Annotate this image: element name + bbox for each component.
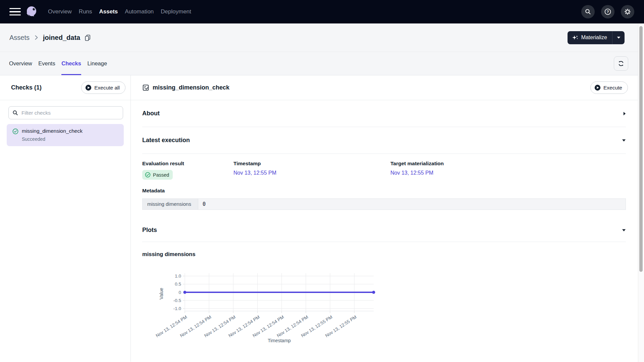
tab-events[interactable]: Events — [38, 52, 55, 75]
section-latest-execution[interactable]: Latest execution — [142, 127, 626, 154]
chevron-right-icon — [623, 112, 626, 116]
execute-all-label: Execute all — [94, 85, 120, 91]
materialize-button[interactable]: Materialize — [568, 31, 612, 44]
nav-item-runs[interactable]: Runs — [79, 8, 92, 15]
svg-text:-1.0: -1.0 — [173, 306, 181, 311]
metadata-label: Metadata — [142, 188, 626, 194]
evaluation-result-label: Evaluation result — [142, 161, 233, 167]
chevron-down-icon — [622, 229, 626, 232]
page-scrollbar-thumb[interactable] — [639, 26, 643, 272]
refresh-icon — [618, 60, 624, 67]
execute-button[interactable]: Execute — [590, 81, 628, 94]
refresh-button[interactable] — [614, 56, 628, 71]
about-title: About — [142, 110, 160, 117]
app-window: Overview Runs Assets Automation Deployme… — [0, 0, 644, 362]
dagster-logo-icon[interactable] — [24, 4, 39, 19]
copy-icon — [84, 34, 91, 41]
breadcrumb: Assets joined_data Materialize — [0, 23, 644, 52]
svg-text:Timestamp: Timestamp — [268, 338, 291, 343]
page-scrollbar-track[interactable] — [638, 23, 644, 362]
tab-lineage[interactable]: Lineage — [87, 52, 107, 75]
materialize-dropdown-button[interactable] — [612, 31, 625, 44]
asset-tabs: Overview Events Checks Lineage — [9, 52, 107, 75]
check-list-item[interactable]: missing_dimension_check Succeeded — [7, 124, 124, 146]
check-detail-header: missing_dimension_check Execute — [131, 75, 638, 100]
page-header: Assets joined_data Materialize — [0, 23, 644, 75]
tab-checks[interactable]: Checks — [61, 52, 81, 75]
sparkle-icon — [572, 35, 578, 41]
help-icon: ? — [604, 8, 611, 15]
asset-tabs-row: Overview Events Checks Lineage — [0, 52, 644, 75]
top-nav: Overview Runs Assets Automation Deployme… — [0, 0, 644, 23]
checks-panel-header: Checks (1) Execute all — [0, 75, 130, 100]
svg-text:0.5: 0.5 — [175, 282, 181, 287]
chevron-down-icon — [622, 139, 626, 142]
play-icon — [594, 84, 601, 91]
breadcrumb-chevron-icon — [33, 34, 40, 41]
body: Checks (1) Execute all — [0, 75, 638, 362]
timestamp-link[interactable]: Nov 13, 12:55 PM — [233, 170, 276, 176]
metadata-key-cell: missing dimensions — [143, 199, 198, 209]
search-icon — [12, 110, 18, 117]
settings-button[interactable] — [621, 5, 634, 18]
passed-badge-label: Passed — [153, 172, 169, 178]
nav-actions: ? — [581, 5, 634, 18]
gear-icon — [624, 8, 631, 15]
caret-down-icon — [617, 37, 621, 39]
metadata-value-cell: 0 — [198, 199, 626, 209]
target-materialization-link[interactable]: Nov 13, 12:55 PM — [390, 170, 433, 176]
section-about[interactable]: About — [142, 100, 626, 127]
main-nav: Overview Runs Assets Automation Deployme… — [48, 8, 191, 15]
plots-title: Plots — [142, 227, 157, 234]
section-plots[interactable]: Plots — [142, 219, 626, 242]
plot-svg: 1.00.50-0.5-1.0Nov 13, 12:54 PMNov 13, 1… — [142, 269, 392, 349]
passed-badge: Passed — [142, 170, 173, 180]
materialize-split-button: Materialize — [568, 31, 625, 44]
nav-item-assets[interactable]: Assets — [99, 8, 118, 15]
play-icon — [85, 84, 92, 91]
svg-text:?: ? — [607, 10, 609, 14]
materialize-label: Materialize — [581, 35, 607, 41]
copy-asset-name-button[interactable] — [84, 34, 91, 41]
asset-check-icon — [142, 84, 149, 91]
svg-text:Value: Value — [159, 288, 164, 299]
timestamp-label: Timestamp — [233, 161, 390, 167]
tab-overview[interactable]: Overview — [9, 52, 32, 75]
nav-item-overview[interactable]: Overview — [48, 8, 72, 15]
search-icon — [585, 8, 591, 15]
plot-title: missing dimensions — [142, 251, 626, 257]
check-circle-icon — [145, 172, 151, 178]
search-button[interactable] — [581, 5, 595, 18]
check-success-icon — [12, 128, 18, 142]
svg-text:-0.5: -0.5 — [173, 298, 181, 303]
help-button[interactable]: ? — [601, 5, 614, 18]
checks-sidebar: Checks (1) Execute all — [0, 75, 131, 362]
execute-label: Execute — [603, 85, 622, 91]
check-item-status: Succeeded — [22, 136, 83, 142]
check-name-title: missing_dimension_check — [153, 84, 229, 91]
target-materialization-label: Target materialization — [390, 161, 444, 167]
check-item-name: missing_dimension_check — [22, 128, 83, 134]
svg-text:0: 0 — [178, 290, 181, 295]
check-detail: missing_dimension_check Execute About La… — [131, 75, 638, 362]
checks-count-title: Checks (1) — [11, 84, 42, 91]
nav-item-deployment[interactable]: Deployment — [161, 8, 191, 15]
filter-checks — [8, 106, 123, 119]
check-detail-content: About Latest execution Evaluation result — [131, 100, 638, 349]
filter-checks-input[interactable] — [8, 106, 123, 119]
page-title: joined_data — [43, 34, 80, 42]
menu-icon[interactable] — [9, 8, 21, 16]
latest-execution-title: Latest execution — [142, 137, 190, 144]
svg-text:1.0: 1.0 — [175, 274, 181, 279]
breadcrumb-assets-link[interactable]: Assets — [9, 34, 30, 42]
latest-execution-body: Evaluation result Passed — [142, 154, 626, 219]
nav-item-automation[interactable]: Automation — [125, 8, 154, 15]
execute-all-button[interactable]: Execute all — [81, 81, 125, 94]
metadata-table: missing dimensions 0 — [142, 198, 626, 210]
